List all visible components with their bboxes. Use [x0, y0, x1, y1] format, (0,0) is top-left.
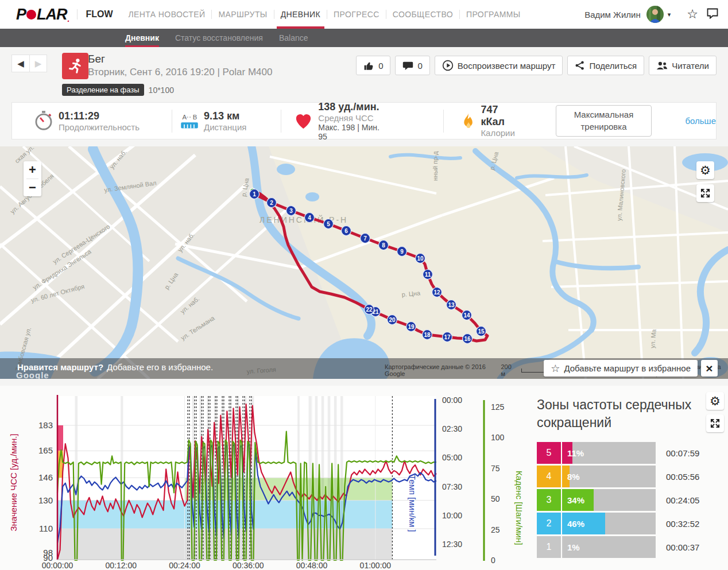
- nav-item-4[interactable]: ПРОГРЕСС: [327, 0, 386, 29]
- user-name[interactable]: Вадим Жилин: [584, 10, 641, 20]
- route-marker[interactable]: 1: [250, 189, 260, 199]
- svg-text:15: 15: [478, 328, 485, 335]
- flame-icon: [461, 111, 475, 131]
- next-session-button[interactable]: ▶: [29, 55, 47, 72]
- main-nav: ЛЕНТА НОВОСТЕЙМАРШРУТЫДНЕВНИКПРОГРЕСССОО…: [122, 0, 527, 29]
- previous-session-button[interactable]: ◀: [11, 55, 29, 72]
- close-overlay-button[interactable]: ×: [701, 360, 718, 377]
- stat-heart-rate: 138 уд./мин. Средняя ЧСС Макс. 198 | Мин…: [294, 101, 388, 141]
- nav-item-2[interactable]: МАРШРУТЫ: [212, 0, 273, 29]
- route-marker[interactable]: 7: [361, 234, 370, 243]
- route-marker[interactable]: 2: [267, 198, 277, 208]
- polar-logo[interactable]: PLAR.: [16, 6, 69, 24]
- like-button[interactable]: 0: [356, 56, 390, 75]
- route-marker[interactable]: 9: [397, 247, 407, 257]
- svg-text:13: 13: [448, 302, 455, 308]
- svg-text:18: 18: [424, 332, 431, 338]
- svg-text:19: 19: [408, 324, 415, 330]
- zoom-out-button[interactable]: −: [24, 179, 41, 196]
- svg-text:A: A: [183, 113, 187, 120]
- street-label: нный пр-д: [432, 151, 439, 181]
- followers-button[interactable]: Читатели: [649, 56, 717, 75]
- nav-item-5[interactable]: СООБЩЕСТВО: [386, 0, 459, 29]
- svg-text:6: 6: [344, 228, 348, 234]
- cadence-axis-title: Каденс [Шаги/мин]: [514, 471, 524, 545]
- stopwatch-icon: [34, 110, 53, 132]
- nav-item-3[interactable]: ДНЕВНИК: [274, 0, 327, 29]
- avatar-image: [646, 6, 664, 23]
- svg-text:11: 11: [425, 272, 431, 278]
- add-route-favorite-button[interactable]: ☆Добавьте маршрут в избранное: [544, 360, 698, 377]
- route-marker[interactable]: 15: [477, 327, 486, 336]
- subnav-item-2[interactable]: Статус восстановления: [167, 29, 271, 47]
- phase-split-badge: Разделение на фазы: [62, 84, 144, 96]
- messages-icon[interactable]: [706, 7, 719, 21]
- flow-label[interactable]: FLOW: [77, 9, 113, 20]
- zone-number: 2: [537, 513, 561, 534]
- polar-logo-dot-icon: [26, 10, 36, 20]
- svg-text:20: 20: [389, 317, 396, 323]
- route-marker[interactable]: 10: [416, 254, 425, 263]
- svg-text:7: 7: [363, 235, 367, 242]
- more-link[interactable]: больше: [685, 116, 716, 126]
- route-marker[interactable]: 6: [342, 226, 351, 236]
- subnav-item-1[interactable]: Дневник: [117, 29, 167, 47]
- svg-text:2: 2: [270, 200, 273, 206]
- activity-datetime-device: Вторник, Сент 6, 2016 19:20 | Polar M400: [88, 67, 272, 78]
- svg-text:146: 146: [38, 472, 53, 482]
- share-button[interactable]: Поделиться: [567, 56, 644, 75]
- nav-item-1[interactable]: ЛЕНТА НОВОСТЕЙ: [122, 0, 212, 29]
- route-marker[interactable]: 5: [324, 219, 334, 229]
- zone-number: 1: [537, 536, 561, 558]
- zone-percent: 34%: [567, 495, 584, 505]
- svg-text:B: B: [193, 113, 198, 120]
- calories-label: Калории: [481, 128, 523, 138]
- user-menu-caret-icon[interactable]: ▾: [668, 11, 671, 18]
- favorites-star-icon[interactable]: ☆: [687, 8, 698, 21]
- map-settings-button[interactable]: ⚙: [696, 161, 714, 179]
- zone-bar: 11%: [562, 442, 656, 464]
- route-marker[interactable]: 3: [286, 206, 296, 216]
- subnav-item-3[interactable]: Balance: [271, 29, 316, 47]
- route-marker[interactable]: 13: [447, 300, 456, 310]
- zone-time: 00:00:37: [666, 542, 699, 552]
- route-marker[interactable]: 8: [379, 241, 389, 250]
- map-fullscreen-button[interactable]: [696, 184, 714, 202]
- chart-fullscreen-button[interactable]: [706, 414, 724, 432]
- hr-pace-cadence-chart[interactable]: 183165146130110989000:00:0000:12:0000:24…: [11, 392, 531, 570]
- zone-bar: 8%: [562, 466, 656, 487]
- zone-time: 00:32:52: [666, 519, 699, 529]
- route-marker[interactable]: 20: [388, 315, 397, 325]
- nav-item-6[interactable]: ПРОГРАММЫ: [460, 0, 527, 29]
- activity-header: ◀ ▶ Бег Вторник, Сент 6, 2016 19:20 | Po…: [0, 47, 728, 102]
- zoom-in-button[interactable]: +: [24, 161, 41, 179]
- sport-running-icon: [62, 53, 88, 79]
- svg-text:110: 110: [39, 524, 53, 533]
- svg-text:183: 183: [38, 420, 53, 430]
- svg-text:130: 130: [38, 495, 53, 505]
- phase-split-value: 10*100: [149, 86, 174, 95]
- route-marker[interactable]: 18: [423, 330, 432, 340]
- route-marker[interactable]: 19: [406, 322, 416, 332]
- zone-time: 00:07:59: [666, 448, 699, 458]
- hr-minmax: Макс. 198 | Мин. 95: [318, 123, 388, 141]
- route-marker[interactable]: 17: [443, 332, 452, 342]
- route-marker[interactable]: 22: [365, 305, 374, 315]
- polar-flow-page: PLAR. FLOW ЛЕНТА НОВОСТЕЙМАРШРУТЫДНЕВНИК…: [0, 0, 728, 570]
- route-marker[interactable]: 16: [463, 334, 473, 344]
- zone-bar: 1%: [562, 536, 656, 558]
- hr-zone-row-4: 48%00:05:56: [537, 466, 709, 487]
- comment-button[interactable]: 0: [395, 56, 429, 75]
- route-marker[interactable]: 11: [423, 270, 433, 280]
- replay-route-button[interactable]: Воспроизвести маршрут: [435, 56, 563, 75]
- route-marker[interactable]: 4: [305, 213, 315, 223]
- route-marker[interactable]: 12: [432, 288, 442, 297]
- route-map[interactable]: ЛЕНИНСКИЙ Р-Нская ул.ул. Августа Бебеляу…: [0, 146, 728, 379]
- stat-calories: 747 кКалКалории: [461, 104, 523, 138]
- avatar[interactable]: [646, 6, 664, 23]
- chart-settings-button[interactable]: ⚙: [706, 392, 724, 410]
- training-benefit-button[interactable]: Максимальная тренировка: [556, 105, 652, 137]
- svg-text:05:00: 05:00: [442, 453, 462, 462]
- distance-value: 9.13 км: [204, 110, 246, 122]
- route-marker[interactable]: 14: [462, 311, 472, 320]
